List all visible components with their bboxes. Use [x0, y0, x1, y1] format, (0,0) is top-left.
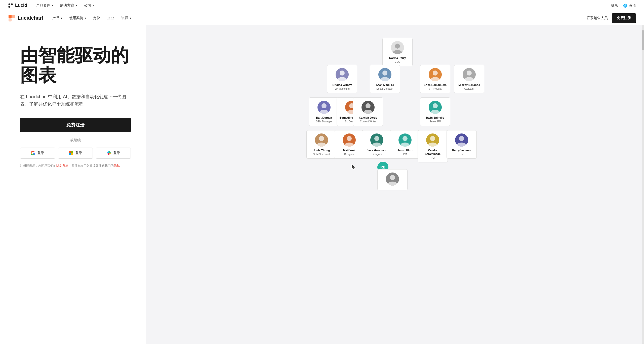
org-node-pm-kendra[interactable]: Kendra Scrammage PM: [418, 130, 448, 162]
org-node-senior-pm[interactable]: Irwin Spinello Senior PM: [420, 97, 450, 126]
name-vp-marketing: Brigida Withey: [333, 83, 352, 87]
title-designer-vera: Designer: [372, 153, 382, 156]
nav-company[interactable]: 公司▾: [84, 3, 94, 8]
name-email-manager: Sean Maguire: [376, 83, 394, 87]
title-sem-manager: SEM Manager: [316, 120, 332, 123]
avatar-email-manager: [378, 68, 391, 81]
sub-nav-right: 联系销售人员 免费注册: [587, 13, 636, 23]
avatar-vp-marketing: [336, 68, 349, 81]
name-designer-vera: Vera Goodsen: [368, 149, 386, 152]
svg-rect-3: [9, 15, 12, 18]
svg-point-58: [457, 143, 466, 147]
org-node-sem-manager[interactable]: Bart Durgan SEM Manager: [309, 97, 339, 126]
svg-rect-1: [11, 3, 13, 5]
chevron-icon: ▾: [76, 4, 77, 7]
name-ceo: Norma Perry: [389, 56, 406, 60]
terms-link[interactable]: 隐名条款: [56, 164, 68, 167]
avatar-pm-jason: [398, 133, 412, 147]
scrollbar-thumb[interactable]: [642, 30, 644, 50]
svg-point-54: [400, 143, 410, 147]
org-node-partial-bottom[interactable]: [377, 169, 408, 190]
org-node-ceo[interactable]: Norma Perry CEO: [382, 38, 413, 66]
svg-point-43: [366, 103, 371, 108]
sub-nav-resources[interactable]: 资源▾: [121, 16, 131, 20]
svg-point-36: [431, 77, 440, 81]
hero-right-orgchart: Norma Perry CEO Brigida Withey VP Market…: [146, 25, 644, 344]
svg-point-35: [433, 71, 438, 76]
sub-nav-left: Lucidchart 产品▾ 使用案例▾ 定价 企业 资源▾: [8, 14, 131, 22]
org-node-email-manager[interactable]: Sean Maguire Email Manager: [370, 65, 400, 93]
lucid-logo-icon: [8, 3, 13, 8]
org-chart-container: Norma Perry CEO Brigida Withey VP Market…: [292, 33, 498, 184]
svg-rect-7: [71, 151, 73, 153]
svg-point-55: [430, 136, 435, 141]
sub-nav-product[interactable]: 产品▾: [52, 16, 62, 20]
slack-login-button[interactable]: 登录: [96, 148, 131, 159]
svg-point-38: [465, 77, 474, 81]
chevron-icon: ▾: [85, 17, 86, 19]
svg-point-56: [428, 143, 437, 147]
org-node-pm-jason[interactable]: Jason Hintz PM: [390, 130, 420, 159]
svg-rect-4: [12, 15, 15, 18]
title-pm-jason: PM: [403, 153, 407, 156]
avatar-designer-vera: [370, 133, 383, 147]
name-senior-pm: Irwin Spinello: [426, 116, 444, 119]
org-node-content-writer[interactable]: Caleigh Jerde Content Writer: [353, 97, 383, 126]
privacy-link[interactable]: 隐私: [114, 164, 120, 167]
avatar-partial: [386, 173, 399, 186]
org-node-vp-marketing[interactable]: Brigida Withey VP Marketing: [327, 65, 357, 93]
svg-point-37: [467, 71, 472, 76]
top-nav-left: Lucid 产品套件▾ 解决方案▾ 公司▾: [8, 3, 94, 8]
google-login-button[interactable]: 登录: [20, 148, 55, 159]
contact-sales-button[interactable]: 联系销售人员: [587, 16, 608, 20]
sub-nav: Lucidchart 产品▾ 使用案例▾ 定价 企业 资源▾ 联系销售人员 免费…: [0, 11, 644, 25]
microsoft-login-button[interactable]: 登录: [58, 148, 93, 159]
svg-point-48: [317, 143, 326, 147]
avatar-senior-pm: [429, 101, 442, 114]
lucidchart-logo-icon: [8, 14, 16, 22]
social-login-buttons: 登录 登录: [20, 148, 131, 159]
svg-rect-2: [9, 6, 10, 8]
name-vp-product: Erica Romaguera: [424, 83, 447, 87]
lucidchart-logo[interactable]: Lucidchart: [8, 14, 43, 22]
org-node-vp-product[interactable]: Erica Romaguera VP Product: [420, 65, 450, 93]
avatar-vp-product: [429, 68, 442, 81]
chevron-icon: ▾: [61, 17, 62, 19]
nav-solutions[interactable]: 解决方案▾: [60, 3, 77, 8]
svg-point-52: [372, 143, 381, 147]
name-pm-kendra: Kendra Scrammage: [420, 149, 446, 156]
avatar-ceo: [391, 41, 404, 54]
sub-nav-enterprise[interactable]: 企业: [107, 16, 114, 20]
name-assistant: Mickey Neilands: [458, 83, 480, 87]
chevron-icon: ▾: [130, 17, 131, 19]
free-signup-button[interactable]: 免费注册: [612, 13, 636, 23]
lucid-logo[interactable]: Lucid: [8, 3, 27, 8]
org-node-sem-specialist[interactable]: Jonis Thring SEM Specialist: [306, 130, 337, 159]
title-ceo: CEO: [395, 60, 400, 63]
slack-icon: [107, 151, 111, 155]
hero-left: 由智能驱动的图表 在 Lucidchart 中利用 AI、数据和自动化创建下一代…: [0, 25, 146, 344]
name-pm-percy: Percy Veltman: [452, 149, 471, 152]
svg-point-32: [338, 77, 347, 81]
scrollbar[interactable]: [642, 25, 644, 344]
language-selector[interactable]: 🌐 英语: [623, 3, 636, 8]
chevron-icon: ▾: [52, 4, 53, 7]
top-nav-login[interactable]: 登录: [611, 3, 618, 8]
hero-cta-button[interactable]: 免费注册: [20, 118, 131, 132]
sub-nav-pricing[interactable]: 定价: [93, 16, 100, 20]
title-vp-marketing: VP Marketing: [335, 87, 350, 90]
title-sem-specialist: SEM Specialist: [313, 153, 330, 156]
svg-rect-8: [69, 153, 71, 155]
svg-point-34: [380, 77, 389, 81]
sub-nav-use-cases[interactable]: 使用案例▾: [69, 16, 86, 20]
org-node-assistant[interactable]: Mickey Neilands Assistant: [454, 65, 484, 93]
org-node-designer-vera[interactable]: Vera Goodsen Designer: [362, 130, 392, 159]
svg-rect-0: [9, 3, 10, 5]
org-node-designer-matt[interactable]: Matt Yost Designer: [334, 130, 364, 159]
svg-rect-6: [69, 151, 71, 153]
svg-point-30: [393, 50, 402, 54]
title-email-manager: Email Manager: [376, 87, 393, 90]
svg-point-46: [431, 110, 440, 114]
org-node-pm-percy[interactable]: Percy Veltman PM: [447, 130, 477, 159]
nav-products-suite[interactable]: 产品套件▾: [36, 3, 53, 8]
